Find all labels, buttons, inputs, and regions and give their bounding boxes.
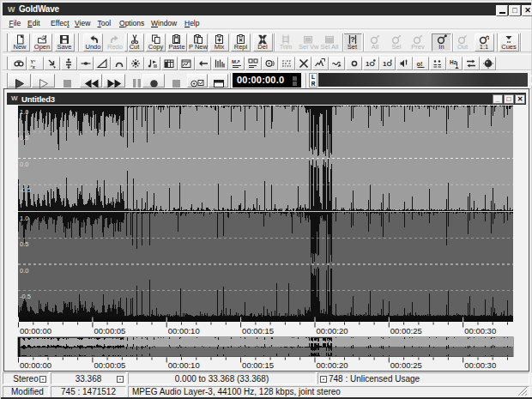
svg-text:1.0: 1.0 bbox=[20, 108, 28, 116]
svg-text:°x: °x bbox=[31, 63, 36, 69]
svg-text:00:00:00: 00:00:00 bbox=[20, 326, 51, 336]
svg-text:00:00:10: 00:00:10 bbox=[168, 360, 200, 370]
svg-text:00:00:25: 00:00:25 bbox=[390, 360, 422, 370]
svg-text:00:00:20: 00:00:20 bbox=[317, 360, 348, 370]
svg-text:00:00:15: 00:00:15 bbox=[242, 360, 274, 370]
svg-text:00:00:10: 00:00:10 bbox=[168, 326, 200, 336]
svg-text:1O: 1O bbox=[383, 60, 392, 68]
svg-text:0.5: 0.5 bbox=[20, 134, 28, 142]
svg-text:00:00:00: 00:00:00 bbox=[20, 360, 51, 370]
svg-text:0.0: 0.0 bbox=[20, 267, 28, 275]
svg-text:-0.5: -0.5 bbox=[20, 293, 31, 300]
svg-text:00:00:25: 00:00:25 bbox=[390, 326, 422, 336]
svg-text:00:00:30: 00:00:30 bbox=[464, 360, 496, 370]
svg-text:00:00:05: 00:00:05 bbox=[94, 360, 125, 370]
svg-text:0.5: 0.5 bbox=[20, 240, 28, 248]
svg-text:0.0: 0.0 bbox=[20, 160, 28, 168]
svg-text:1: 1 bbox=[487, 35, 489, 40]
svg-text:-0.5: -0.5 bbox=[20, 186, 31, 194]
svg-text:o!: o! bbox=[416, 59, 422, 67]
svg-text:1O: 1O bbox=[366, 60, 375, 68]
svg-text:1.0: 1.0 bbox=[20, 215, 28, 222]
svg-text:M↗: M↗ bbox=[232, 59, 240, 64]
svg-text:00:00:20: 00:00:20 bbox=[317, 326, 348, 336]
svg-text:Hz: Hz bbox=[450, 59, 457, 65]
svg-text:00:00:05: 00:00:05 bbox=[94, 326, 125, 336]
svg-text:00:00:30: 00:00:30 bbox=[464, 326, 496, 336]
svg-text:?: ? bbox=[350, 35, 355, 44]
svg-text:00:00:15: 00:00:15 bbox=[242, 326, 274, 336]
